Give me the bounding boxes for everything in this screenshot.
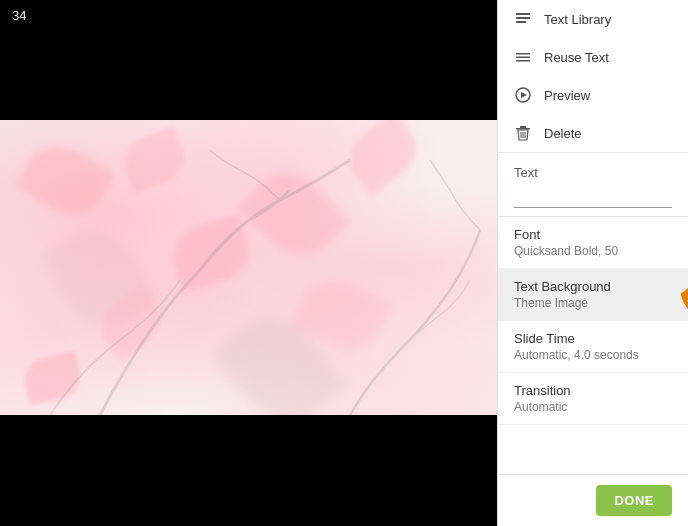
svg-rect-8: [516, 128, 530, 130]
text-background-label: Text Background: [514, 279, 672, 294]
branch-svg: [0, 120, 497, 415]
transition-label: Transition: [514, 383, 672, 398]
right-panel: Text Library Reuse Text Preview: [497, 0, 688, 526]
cherry-blossom-background: [0, 120, 497, 415]
slide-preview-area: 34: [0, 0, 497, 526]
text-input-area: Text: [498, 153, 688, 217]
text-input-field[interactable]: [514, 188, 672, 208]
reuse-text-icon: [514, 48, 532, 66]
slide-time-value: Automatic, 4.0 seconds: [514, 348, 672, 362]
svg-rect-3: [516, 53, 530, 55]
delete-icon: [514, 124, 532, 142]
svg-marker-14: [681, 287, 688, 299]
delete-label: Delete: [544, 126, 582, 141]
svg-rect-2: [516, 21, 526, 23]
menu-item-text-library[interactable]: Text Library: [498, 0, 688, 38]
svg-rect-5: [516, 60, 530, 62]
svg-rect-0: [516, 13, 530, 15]
font-value: Quicksand Bold, 50: [514, 244, 672, 258]
menu-item-reuse-text[interactable]: Reuse Text: [498, 38, 688, 76]
done-button-container: DONE: [498, 474, 688, 526]
properties-section: Text Font Quicksand Bold, 50 Text Backgr…: [498, 153, 688, 474]
reuse-text-label: Reuse Text: [544, 50, 609, 65]
menu-section: Text Library Reuse Text Preview: [498, 0, 688, 153]
svg-rect-9: [520, 126, 526, 128]
slide-image: [0, 120, 497, 415]
menu-item-preview[interactable]: Preview: [498, 76, 688, 114]
text-input-label: Text: [514, 165, 672, 180]
svg-marker-7: [521, 92, 527, 98]
property-font[interactable]: Font Quicksand Bold, 50: [498, 217, 688, 269]
preview-label: Preview: [544, 88, 590, 103]
text-library-icon: [514, 10, 532, 28]
property-transition[interactable]: Transition Automatic: [498, 373, 688, 425]
menu-item-delete[interactable]: Delete: [498, 114, 688, 152]
property-slide-time[interactable]: Slide Time Automatic, 4.0 seconds: [498, 321, 688, 373]
preview-icon: [514, 86, 532, 104]
transition-value: Automatic: [514, 400, 672, 414]
svg-rect-4: [516, 57, 530, 59]
done-button[interactable]: DONE: [596, 485, 672, 516]
property-text-background[interactable]: Text Background Theme Image: [498, 269, 688, 321]
slide-number: 34: [12, 8, 26, 23]
text-library-label: Text Library: [544, 12, 611, 27]
svg-rect-1: [516, 17, 530, 19]
text-background-value: Theme Image: [514, 296, 672, 310]
slide-time-label: Slide Time: [514, 331, 672, 346]
font-label: Font: [514, 227, 672, 242]
